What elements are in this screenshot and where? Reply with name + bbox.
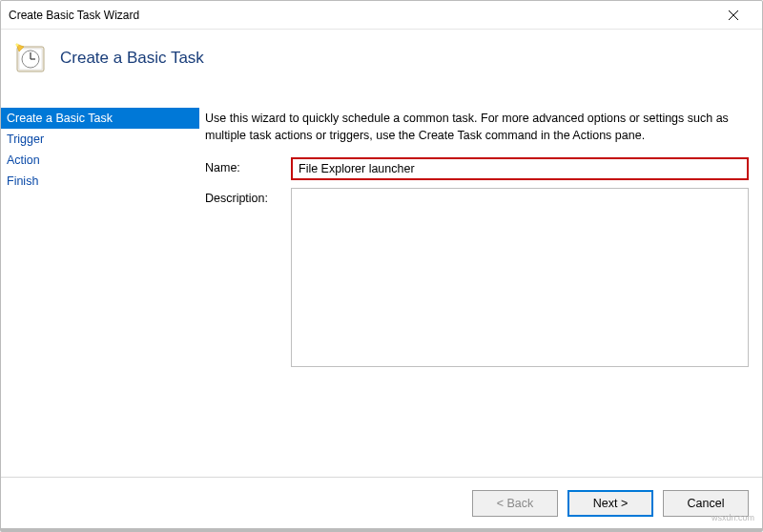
sidebar-item-trigger[interactable]: Trigger: [1, 129, 199, 150]
back-button: < Back: [472, 490, 558, 517]
description-label: Description:: [205, 188, 291, 205]
sidebar-item-create-basic-task[interactable]: Create a Basic Task: [1, 108, 199, 129]
titlebar: Create Basic Task Wizard: [1, 1, 762, 30]
sidebar-item-label: Finish: [7, 174, 38, 188]
next-button[interactable]: Next >: [567, 490, 653, 517]
name-row: Name:: [205, 157, 749, 180]
sidebar-item-label: Trigger: [7, 133, 44, 146]
sidebar-item-finish[interactable]: Finish: [1, 171, 199, 192]
window-title: Create Basic Task Wizard: [9, 9, 139, 22]
instructions-text: Use this wizard to quickly schedule a co…: [205, 110, 749, 144]
name-input[interactable]: [291, 157, 749, 180]
sidebar: Create a Basic Task Trigger Action Finis…: [1, 87, 199, 477]
footer: < Back Next > Cancel: [1, 477, 762, 528]
cancel-button[interactable]: Cancel: [663, 490, 749, 517]
close-button[interactable]: [714, 1, 753, 29]
close-icon: [729, 10, 738, 20]
name-label: Name:: [205, 157, 291, 174]
svg-point-8: [16, 44, 19, 47]
sidebar-item-action[interactable]: Action: [1, 150, 199, 171]
description-row: Description:: [205, 188, 749, 370]
description-input[interactable]: [291, 188, 749, 367]
sidebar-item-label: Action: [7, 153, 40, 167]
wizard-body: Create a Basic Task Trigger Action Finis…: [1, 87, 762, 477]
sidebar-item-label: Create a Basic Task: [7, 112, 113, 125]
wizard-window: Create Basic Task Wizard Create a Basic …: [0, 0, 763, 532]
content-area: Use this wizard to quickly schedule a co…: [199, 87, 762, 477]
page-title: Create a Basic Task: [60, 49, 204, 68]
wizard-header: Create a Basic Task: [1, 30, 762, 87]
clock-icon: [14, 42, 47, 74]
